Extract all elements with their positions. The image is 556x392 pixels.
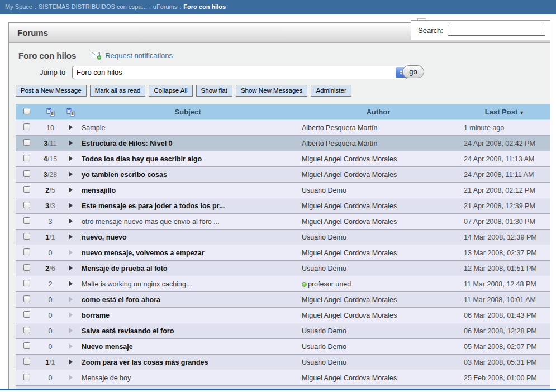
row-checkbox[interactable] <box>23 342 30 349</box>
thread-subject[interactable]: nuevo mensaje, volvemos a empezar <box>78 245 297 261</box>
toolbar-button[interactable]: Administer <box>311 85 351 97</box>
column-header-author[interactable]: Author <box>297 104 459 120</box>
thread-list: 10 Sample Alberto Pesquera Martín 1 minu… <box>16 120 550 392</box>
row-checkbox[interactable] <box>23 358 30 365</box>
expand-arrow-icon[interactable] <box>69 359 73 365</box>
toolbar-button[interactable]: Mark all as read <box>90 85 146 97</box>
toolbar-button[interactable]: Show New Messages <box>236 85 308 97</box>
thread-row[interactable]: 3 otro mensaje nuevo mas que envio al fo… <box>16 214 550 230</box>
thread-last-post: 21 Apr 2008, 12:39 PM <box>459 198 550 214</box>
row-checkbox[interactable] <box>23 186 30 193</box>
expand-arrow-icon[interactable] <box>69 328 73 333</box>
expand-arrow-icon[interactable] <box>69 218 73 224</box>
expand-arrow-icon[interactable] <box>69 343 73 349</box>
breadcrumb-link[interactable]: uForums <box>153 3 177 10</box>
thread-author: Usuario Demo <box>297 261 459 276</box>
breadcrumb-link[interactable]: SISTEMAS DISTRIBUIDOS con espa... <box>39 3 147 10</box>
thread-subject[interactable]: Mensaje de prueba al foto <box>78 261 297 276</box>
thread-row[interactable]: 2/5 mensajillo Usuario Demo 21 Apr 2008,… <box>16 183 550 198</box>
row-checkbox[interactable] <box>23 155 30 161</box>
thread-row[interactable]: 0 Mensaje de hoy Miguel Angel Cordova Mo… <box>16 370 550 386</box>
thread-row[interactable]: 1/1 nuevo, nuevo Usuario Demo 14 Mar 200… <box>16 230 550 245</box>
expand-arrow-icon[interactable] <box>69 297 73 302</box>
expand-arrow-icon[interactable] <box>69 312 73 318</box>
row-checkbox[interactable] <box>23 123 30 130</box>
thread-subject[interactable]: yo tambien escribo cosas <box>78 167 297 183</box>
thread-row[interactable]: 3/11 Estructura de Hilos: Nivel 0 Albert… <box>16 136 550 151</box>
row-checkbox[interactable] <box>23 248 30 255</box>
thread-subject[interactable]: Todos los días hay que escribir algo <box>78 151 297 167</box>
search-input[interactable] <box>448 25 545 36</box>
row-checkbox[interactable] <box>23 311 30 318</box>
expand-arrow-icon[interactable] <box>69 375 73 380</box>
row-checkbox[interactable] <box>23 280 30 286</box>
request-notifications-link[interactable]: Request notifications <box>92 51 173 60</box>
thread-subject[interactable]: Sample <box>78 120 297 136</box>
thread-author: Miguel Angel Cordova Morales <box>297 151 459 167</box>
thread-subject[interactable]: nuevo, nuevo <box>78 230 297 245</box>
thread-subject[interactable]: Salva está revisando el foro <box>78 323 297 339</box>
row-checkbox[interactable] <box>23 264 30 271</box>
expand-arrow-icon[interactable] <box>69 281 73 286</box>
thread-author: Usuario Demo <box>297 183 459 198</box>
toolbar-button[interactable]: Collapse All <box>149 85 192 97</box>
forum-jump-select[interactable]: Foro con hilos ▲▼ <box>72 66 407 79</box>
toolbar-button[interactable]: Post a New Message <box>16 85 87 97</box>
forum-title: Foro con hilos <box>18 51 76 60</box>
row-checkbox[interactable] <box>23 233 30 240</box>
row-checkbox[interactable] <box>23 202 30 208</box>
thread-subject[interactable]: Este mensaje es para joder a todos los p… <box>78 198 297 214</box>
thread-author: Usuario Demo <box>297 323 459 339</box>
thread-subject[interactable]: Estructura de Hilos: Nivel 0 <box>78 136 297 151</box>
row-checkbox[interactable] <box>23 217 30 224</box>
row-checkbox[interactable] <box>23 170 30 177</box>
thread-subject[interactable]: Nuevo mensaje <box>78 339 297 355</box>
thread-author: Miguel Angel Cordova Morales <box>297 308 459 323</box>
column-header-last-post[interactable]: Last Post▼ <box>459 104 550 120</box>
row-checkbox[interactable] <box>23 139 30 146</box>
reply-count: 2/6 <box>38 261 63 276</box>
select-all-checkbox[interactable] <box>23 108 30 114</box>
thread-row[interactable]: 0 Salva está revisando el foro Usuario D… <box>16 323 550 339</box>
thread-last-post: 11 Mar 2008, 12:48 PM <box>459 276 550 292</box>
toolbar-button[interactable]: Show flat <box>196 85 232 97</box>
toolbar: Post a New MessageMark all as readCollap… <box>16 85 355 97</box>
expand-arrow-icon[interactable] <box>69 250 73 255</box>
row-checkbox[interactable] <box>23 374 30 380</box>
thread-row[interactable]: 4/15 Todos los días hay que escribir alg… <box>16 151 550 167</box>
expand-arrow-icon[interactable] <box>69 156 73 161</box>
row-checkbox[interactable] <box>23 295 30 302</box>
thread-row[interactable]: 2 Malte is working on nginx caching... p… <box>16 276 550 292</box>
expand-arrow-icon[interactable] <box>69 203 73 208</box>
expand-arrow-icon[interactable] <box>69 187 73 193</box>
expand-arrow-icon[interactable] <box>69 125 73 130</box>
thread-subject[interactable]: mensajillo <box>78 183 297 198</box>
thread-row[interactable]: 3/3 Este mensaje es para joder a todos l… <box>16 198 550 214</box>
thread-row[interactable]: 1/1 Zoom para ver las cosas más grandes … <box>16 355 550 370</box>
thread-subject[interactable]: como está el foro ahora <box>78 292 297 308</box>
thread-row[interactable]: 2/6 Mensaje de prueba al foto Usuario De… <box>16 261 550 276</box>
thread-subject[interactable]: Mensaje de hoy <box>78 370 297 386</box>
request-notifications-label: Request notifications <box>105 51 173 60</box>
sort-desc-icon: ▼ <box>519 110 524 116</box>
thread-subject[interactable]: Malte is working on nginx caching... <box>78 276 297 292</box>
thread-row[interactable]: 0 borrame Miguel Angel Cordova Morales 0… <box>16 308 550 323</box>
thread-row[interactable]: 3/28 yo tambien escribo cosas Miguel Ang… <box>16 167 550 183</box>
expand-arrow-icon[interactable] <box>69 234 73 240</box>
row-checkbox[interactable] <box>23 327 30 333</box>
thread-row[interactable]: 0 como está el foro ahora Miguel Angel C… <box>16 292 550 308</box>
column-header-subject[interactable]: Subject <box>78 104 297 120</box>
expand-arrow-icon[interactable] <box>69 265 73 271</box>
expand-arrow-icon[interactable] <box>69 171 73 177</box>
thread-subject[interactable]: Zoom para ver las cosas más grandes <box>78 355 297 370</box>
breadcrumb-link[interactable]: My Space <box>5 3 32 10</box>
thread-row[interactable]: 0 nuevo mensaje, volvemos a empezar Migu… <box>16 245 550 261</box>
thread-subject[interactable]: otro mensaje nuevo mas que envio al foro… <box>78 214 297 230</box>
thread-author: Miguel Angel Cordova Morales <box>297 198 459 214</box>
thread-row[interactable]: 0 Nuevo mensaje Usuario Demo 05 Mar 2008… <box>16 339 550 355</box>
expand-arrow-icon[interactable] <box>69 140 73 146</box>
thread-last-post: 21 Apr 2008, 02:12 PM <box>459 183 550 198</box>
thread-row[interactable]: 10 Sample Alberto Pesquera Martín 1 minu… <box>16 120 550 136</box>
go-button[interactable]: go <box>402 65 424 78</box>
thread-subject[interactable]: borrame <box>78 308 297 323</box>
